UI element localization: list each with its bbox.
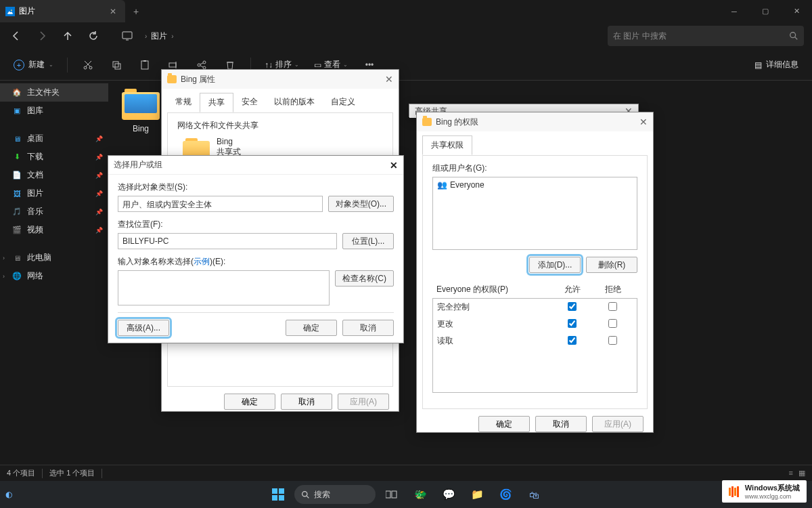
- cut-button[interactable]: [76, 54, 100, 76]
- tab-security[interactable]: 安全: [233, 93, 266, 112]
- properties-buttons: 确定 取消 应用(A): [162, 387, 399, 417]
- close-window-button[interactable]: ✕: [781, 0, 812, 22]
- copy-button[interactable]: [104, 54, 129, 76]
- object-type-button[interactable]: 对象类型(O)...: [328, 196, 394, 212]
- select-users-titlebar[interactable]: 选择用户或组 ✕: [108, 156, 403, 175]
- sidebar: 🏠主文件夹 ▣图库 🖥桌面📌 ⬇下载📌 📄文档📌 🖼图片📌 🎵音乐📌 🎬视频📌 …: [0, 81, 108, 471]
- add-button[interactable]: 添加(D)...: [529, 257, 581, 273]
- music-icon: 🎵: [12, 207, 22, 217]
- remove-button[interactable]: 删除(R): [586, 257, 637, 273]
- taskbar-app-2[interactable]: 💬: [436, 484, 461, 505]
- sidebar-item-this-pc[interactable]: ›🖥此电脑: [0, 249, 108, 267]
- sidebar-item-music[interactable]: 🎵音乐📌: [0, 203, 108, 221]
- breadcrumb-item[interactable]: 图片: [151, 30, 167, 42]
- taskbar-search[interactable]: 搜索: [294, 485, 376, 504]
- sidebar-item-downloads[interactable]: ⬇下载📌: [0, 148, 108, 166]
- ok-button[interactable]: 确定: [478, 416, 530, 432]
- new-button[interactable]: + 新建 ⌄: [8, 56, 59, 73]
- cancel-button[interactable]: 取消: [535, 416, 587, 432]
- list-item-everyone[interactable]: 👥 Everyone: [434, 179, 635, 191]
- paste-button[interactable]: [133, 54, 157, 76]
- select-users-title: 选择用户或组: [114, 159, 162, 171]
- apply-button[interactable]: 应用(A): [338, 394, 389, 410]
- pin-icon: 📌: [95, 227, 103, 234]
- tab-title: 图片: [19, 5, 104, 17]
- allow-read-checkbox[interactable]: [568, 336, 577, 345]
- ok-button[interactable]: 确定: [224, 394, 275, 410]
- chevron-right-icon: ›: [171, 33, 173, 40]
- svg-point-27: [302, 491, 307, 496]
- details-button[interactable]: ▤ 详细信息: [749, 56, 804, 73]
- sidebar-item-desktop[interactable]: 🖥桌面📌: [0, 129, 108, 148]
- up-button[interactable]: [55, 25, 80, 47]
- toolbar: + 新建 ⌄ ↑↓ 排序 ⌄ ▭ 查看 ⌄ ••• ▤ 详细信息: [0, 49, 812, 81]
- monitor-icon[interactable]: [115, 25, 139, 47]
- properties-tabs: 常规 共享 安全 以前的版本 自定义: [162, 89, 399, 112]
- allow-full-checkbox[interactable]: [568, 302, 577, 311]
- location-button[interactable]: 位置(L)...: [342, 233, 394, 249]
- tab-share-perms[interactable]: 共享权限: [422, 135, 472, 155]
- tab-general[interactable]: 常规: [167, 93, 200, 112]
- sidebar-item-network[interactable]: ›🌐网络: [0, 267, 108, 285]
- deny-read-checkbox[interactable]: [608, 336, 617, 345]
- sidebar-item-home[interactable]: 🏠主文件夹: [0, 83, 108, 102]
- tab-previous[interactable]: 以前的版本: [266, 93, 323, 112]
- widgets-icon[interactable]: ◐: [5, 490, 12, 499]
- svg-rect-11: [113, 62, 118, 67]
- taskbar-explorer[interactable]: 📁: [465, 484, 489, 505]
- tab-custom[interactable]: 自定义: [323, 93, 363, 112]
- sidebar-item-videos[interactable]: 🎬视频📌: [0, 221, 108, 239]
- taskbar-app-1[interactable]: 🐲: [408, 484, 432, 505]
- grid-view-icon[interactable]: ▦: [798, 469, 805, 478]
- taskbar-edge[interactable]: 🌀: [493, 484, 518, 505]
- search-input[interactable]: 在 图片 中搜索: [608, 26, 804, 46]
- active-tab[interactable]: 图片 ✕: [0, 0, 125, 22]
- example-link[interactable]: 示例: [194, 257, 210, 266]
- perm-row-change: 更改: [433, 316, 637, 333]
- svg-point-5: [790, 33, 796, 38]
- svg-rect-23: [272, 488, 277, 494]
- task-view-icon[interactable]: [380, 484, 404, 505]
- list-view-icon[interactable]: ≡: [789, 469, 793, 478]
- start-button[interactable]: [266, 484, 290, 505]
- forward-button[interactable]: [30, 25, 54, 47]
- close-icon[interactable]: ✕: [390, 160, 398, 171]
- breadcrumb[interactable]: › 图片 ›: [145, 30, 174, 42]
- close-icon[interactable]: ✕: [639, 117, 648, 127]
- apply-button[interactable]: 应用(A): [592, 416, 644, 432]
- cancel-button[interactable]: 取消: [342, 320, 394, 336]
- check-names-button[interactable]: 检查名称(C): [335, 270, 394, 287]
- deny-full-checkbox[interactable]: [608, 302, 617, 311]
- view-icon: ▭: [314, 60, 321, 70]
- names-input[interactable]: [118, 270, 330, 305]
- new-tab-button[interactable]: +: [125, 6, 147, 17]
- maximize-button[interactable]: ▢: [750, 0, 781, 22]
- tab-sharing[interactable]: 共享: [200, 93, 233, 112]
- ok-button[interactable]: 确定: [286, 320, 337, 336]
- cancel-button[interactable]: 取消: [281, 394, 332, 410]
- folder-bing[interactable]: Bing: [118, 89, 164, 133]
- permissions-titlebar[interactable]: Bing 的权限 ✕: [417, 112, 653, 131]
- properties-title: Bing 属性: [181, 74, 215, 85]
- taskbar-store[interactable]: 🛍: [522, 484, 546, 505]
- close-tab-icon[interactable]: ✕: [108, 7, 118, 16]
- chevron-right-icon[interactable]: ›: [3, 273, 5, 280]
- advanced-button[interactable]: 高级(A)...: [118, 320, 169, 336]
- allow-change-checkbox[interactable]: [568, 319, 577, 328]
- users-listbox[interactable]: 👥 Everyone: [432, 177, 637, 250]
- chevron-right-icon[interactable]: ›: [3, 255, 5, 261]
- deny-change-checkbox[interactable]: [608, 319, 617, 328]
- back-button[interactable]: [4, 25, 28, 47]
- properties-titlebar[interactable]: Bing 属性 ✕: [162, 70, 399, 89]
- sidebar-item-gallery[interactable]: ▣图库: [0, 102, 108, 120]
- document-icon: 📄: [12, 171, 22, 180]
- svg-rect-14: [143, 60, 146, 62]
- refresh-button[interactable]: [81, 25, 106, 47]
- select-users-dialog: 选择用户或组 ✕ 选择此对象类型(S): 用户、组或内置安全主体 对象类型(O)…: [108, 155, 404, 343]
- close-icon[interactable]: ✕: [385, 74, 393, 85]
- sidebar-item-documents[interactable]: 📄文档📌: [0, 166, 108, 184]
- svg-rect-25: [272, 495, 277, 501]
- minimize-button[interactable]: ─: [719, 0, 750, 22]
- sidebar-item-pictures[interactable]: 🖼图片📌: [0, 184, 108, 203]
- network-icon: 🌐: [12, 272, 22, 281]
